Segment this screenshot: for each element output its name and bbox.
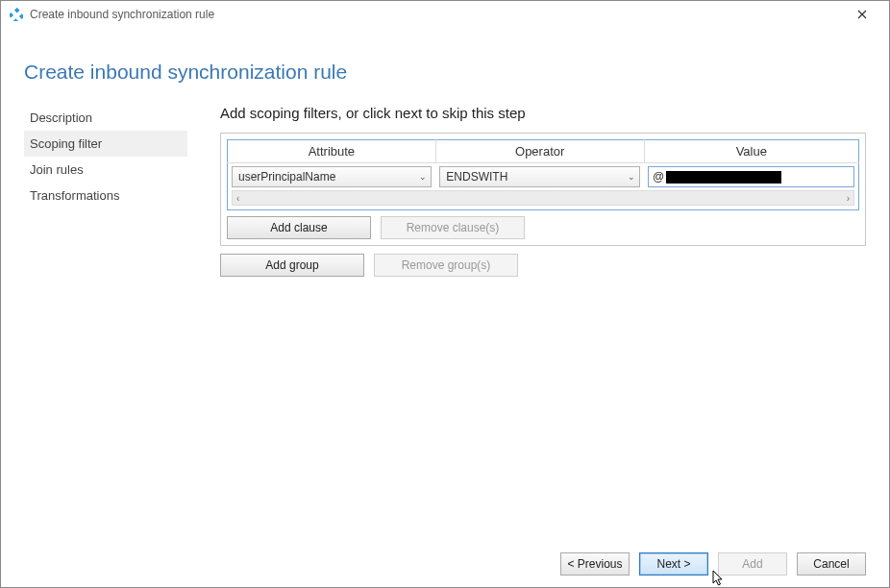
filter-group-box: Attribute Operator Value userPrincipalNa… bbox=[220, 133, 866, 246]
nav-item-join-rules[interactable]: Join rules bbox=[24, 157, 187, 183]
operator-select-value: ENDSWITH bbox=[446, 170, 507, 184]
value-input[interactable]: @ bbox=[648, 166, 854, 187]
chevron-down-icon: ⌄ bbox=[628, 172, 635, 182]
main-panel: Add scoping filters, or click next to sk… bbox=[220, 105, 866, 576]
titlebar: Create inbound synchronization rule bbox=[1, 1, 889, 28]
col-header-attribute: Attribute bbox=[228, 140, 436, 163]
filter-row: userPrincipalName ⌄ ENDSWITH ⌄ bbox=[228, 163, 859, 191]
svg-rect-1 bbox=[10, 12, 13, 18]
next-button[interactable]: Next > bbox=[639, 552, 708, 576]
svg-rect-0 bbox=[14, 8, 20, 13]
wizard-nav: Description Scoping filter Join rules Tr… bbox=[24, 105, 187, 576]
body-row: Description Scoping filter Join rules Tr… bbox=[24, 105, 866, 576]
clause-button-row: Add clause Remove clause(s) bbox=[221, 216, 865, 245]
col-header-operator: Operator bbox=[435, 140, 644, 163]
scroll-left-icon[interactable]: ‹ bbox=[236, 193, 239, 204]
value-redacted bbox=[666, 171, 781, 184]
content-area: Create inbound synchronization rule Desc… bbox=[1, 28, 889, 587]
wizard-footer: < Previous Next > Add Cancel bbox=[220, 543, 866, 576]
nav-item-description[interactable]: Description bbox=[24, 105, 187, 131]
previous-button[interactable]: < Previous bbox=[560, 552, 630, 576]
operator-select[interactable]: ENDSWITH ⌄ bbox=[439, 166, 640, 187]
chevron-down-icon: ⌄ bbox=[419, 172, 427, 182]
page-title: Create inbound synchronization rule bbox=[24, 61, 866, 84]
remove-clauses-button[interactable]: Remove clause(s) bbox=[381, 216, 525, 239]
add-clause-button[interactable]: Add clause bbox=[227, 216, 371, 239]
value-prefix: @ bbox=[653, 170, 664, 184]
filter-table: Attribute Operator Value userPrincipalNa… bbox=[227, 139, 859, 210]
svg-rect-2 bbox=[19, 13, 23, 19]
col-header-value: Value bbox=[644, 140, 858, 163]
nav-item-scoping-filter[interactable]: Scoping filter bbox=[24, 131, 187, 157]
dialog-window: Create inbound synchronization rule Crea… bbox=[0, 0, 890, 588]
group-button-row: Add group Remove group(s) bbox=[220, 254, 866, 277]
cancel-button[interactable]: Cancel bbox=[797, 552, 866, 576]
app-icon bbox=[9, 7, 24, 22]
attribute-select-value: userPrincipalName bbox=[238, 170, 335, 184]
nav-item-transformations[interactable]: Transformations bbox=[24, 183, 187, 208]
window-title: Create inbound synchronization rule bbox=[30, 8, 214, 21]
horizontal-scrollbar[interactable]: ‹ › bbox=[232, 190, 854, 206]
add-group-button[interactable]: Add group bbox=[220, 254, 364, 277]
add-button[interactable]: Add bbox=[718, 552, 787, 576]
svg-rect-3 bbox=[12, 18, 18, 21]
instruction-text: Add scoping filters, or click next to sk… bbox=[220, 105, 866, 121]
scroll-right-icon[interactable]: › bbox=[847, 193, 850, 204]
remove-groups-button[interactable]: Remove group(s) bbox=[374, 254, 518, 277]
attribute-select[interactable]: userPrincipalName ⌄ bbox=[232, 166, 432, 187]
close-button[interactable] bbox=[843, 3, 881, 26]
